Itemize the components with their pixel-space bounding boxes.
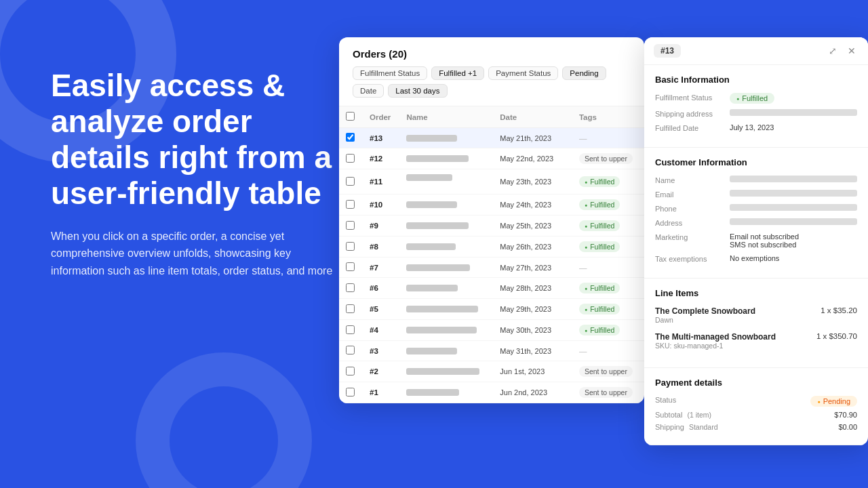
order-tag: Fulfilled [572, 299, 644, 320]
customer-tax-row: Tax exemptions No exemptions [655, 254, 857, 263]
table-row[interactable]: #9 Addison Kanter May 25th, 2023 Fulfill… [339, 216, 644, 237]
customer-marketing-label: Marketing [655, 232, 730, 241]
order-tag: Sent to upper [572, 382, 644, 403]
order-id: #12 [370, 155, 382, 163]
customer-address-label: Address [655, 218, 730, 227]
orders-table: Order Name Date Tags #13 Christina Grave… [339, 106, 644, 403]
order-id: #5 [370, 305, 378, 313]
payment-shipping-row: Shipping Standard $0.00 [655, 423, 857, 431]
order-tag: — [572, 258, 644, 278]
order-date: May 24th, 2023 [493, 195, 572, 216]
filter-fulfilled[interactable]: Fulfilled +1 [431, 66, 484, 80]
customer-email-label: Email [655, 190, 730, 199]
row-checkbox[interactable] [346, 221, 355, 230]
basic-info-title: Basic Information [655, 75, 857, 85]
select-all-checkbox[interactable] [346, 112, 355, 121]
line-item-variant: SKU: sku-managed-1 [655, 342, 776, 350]
payment-status-label: Status [655, 396, 676, 407]
table-row[interactable]: #7 Kaylynn Sabella May 27th, 2023 — [339, 258, 644, 278]
customer-marketing-row: Marketing Email not subscribed SMS not s… [655, 232, 857, 249]
table-row[interactable]: #11 Addison Kanter May 23th, 2023 Fulfil… [339, 169, 644, 195]
row-checkbox[interactable] [346, 154, 355, 163]
table-row[interactable]: #10 William S. Smith May 24th, 2023 Fulf… [339, 195, 644, 216]
row-checkbox[interactable] [346, 346, 355, 354]
order-id: #10 [370, 201, 382, 209]
filter-pending[interactable]: Pending [562, 66, 606, 80]
order-name: Marley Vaccaro [406, 285, 458, 291]
filter-tags: Fulfillment Status Fulfilled +1 Payment … [353, 66, 631, 98]
order-id: #8 [370, 243, 378, 251]
line-item: The Multi-managed Snowboard SKU: sku-man… [655, 332, 857, 350]
order-tag: Fulfilled [572, 195, 644, 216]
order-date: May 21th, 2023 [493, 128, 572, 148]
row-checkbox[interactable] [346, 242, 355, 251]
order-name: Haylie Baker [406, 155, 469, 162]
customer-phone-value [730, 204, 857, 211]
row-checkbox[interactable] [346, 367, 355, 375]
row-checkbox[interactable] [346, 388, 355, 396]
customer-name-label: Name [655, 176, 730, 184]
panel-header: #13 ⤢ ✕ [644, 37, 868, 65]
order-name: Angel Culhane [406, 348, 457, 354]
table-row[interactable]: #3 Angel Culhane May 31th, 2023 — [339, 341, 644, 361]
panel-actions: ⤢ ✕ [826, 44, 859, 58]
col-header-tags: Tags [572, 106, 644, 128]
bg-circle-2 [136, 352, 312, 488]
order-name: William S. Smith [406, 201, 457, 208]
row-checkbox[interactable] [346, 262, 355, 271]
table-row[interactable]: #2 Dulce Press Jun 1st, 2023 Sent to upp… [339, 361, 644, 382]
order-id: #1 [370, 388, 378, 396]
customer-tax-label: Tax exemptions [655, 254, 730, 263]
row-checkbox[interactable] [346, 200, 355, 209]
row-checkbox[interactable] [346, 283, 355, 292]
shipping-address-value [730, 109, 857, 116]
order-name: Christina Graves [406, 135, 457, 142]
line-items-title: Line Items [655, 288, 857, 298]
sub-text: When you click on a specific order, a co… [51, 228, 336, 280]
fulfillment-status-row: Fulfillment Status Fulfilled [655, 93, 857, 104]
left-section: Easily access & analyze order details ri… [51, 68, 336, 279]
table-row[interactable]: #5 Alfredo Souza May 29th, 2023 Fulfille… [339, 299, 644, 320]
row-checkbox[interactable] [346, 325, 355, 334]
fulfillment-status-badge: Fulfilled [730, 93, 774, 104]
filter-fulfillment-status[interactable]: Fulfillment Status [353, 66, 427, 80]
table-row[interactable]: #13 Christina Graves May 21th, 2023 — [339, 128, 644, 148]
filter-date[interactable]: Date [353, 84, 384, 98]
filter-payment-status[interactable]: Payment Status [488, 66, 558, 80]
order-id: #3 [370, 347, 378, 355]
row-checkbox[interactable] [346, 177, 355, 186]
order-tag: Sent to upper [572, 361, 644, 382]
order-name: Addison Kanter [406, 222, 469, 229]
fulfilled-date-row: Fulfilled Date July 13, 2023 [655, 123, 857, 132]
row-checkbox[interactable] [346, 133, 355, 142]
order-date: May 28th, 2023 [493, 278, 572, 299]
customer-info-section: Customer Information Name Email Phone Ad… [644, 148, 868, 279]
order-date: Jun 1st, 2023 [493, 361, 572, 382]
table-row[interactable]: #6 Marley Vaccaro May 28th, 2023 Fulfill… [339, 278, 644, 299]
order-name: Lydia Schaefer [406, 389, 459, 396]
order-tag: Fulfilled [572, 320, 644, 341]
payment-status-value: Pending [810, 396, 857, 407]
order-id: #2 [370, 367, 378, 375]
order-date: Jun 2nd, 2023 [493, 382, 572, 403]
content-area: Orders (20) Fulfillment Status Fulfilled… [339, 37, 868, 445]
table-row[interactable]: #8 Zara Graves May 26th, 2023 Fulfilled [339, 237, 644, 258]
payment-title: Payment details [655, 378, 857, 388]
line-item-variant: Dawn [655, 316, 755, 324]
order-name: Zara Graves [406, 243, 456, 250]
order-date: May 29th, 2023 [493, 299, 572, 320]
payment-subtotal-items: (1 item) [687, 411, 711, 419]
customer-info-title: Customer Information [655, 157, 857, 167]
payment-status-badge: Pending [810, 396, 857, 407]
row-checkbox[interactable] [346, 304, 355, 313]
fulfillment-status-value: Fulfilled [730, 93, 857, 104]
orders-title: Orders (20) [353, 48, 631, 60]
expand-button[interactable]: ⤢ [826, 44, 840, 58]
order-name: Addison Kanter [406, 174, 452, 181]
table-row[interactable]: #12 Haylie Baker May 22nd, 2023 Sent to … [339, 148, 644, 169]
table-row[interactable]: #4 Dario Sabella May 30th, 2023 Fulfille… [339, 320, 644, 341]
filter-last30[interactable]: Last 30 days [388, 84, 447, 98]
close-button[interactable]: ✕ [845, 44, 859, 58]
payment-shipping-label: Shipping Standard [655, 423, 718, 431]
table-row[interactable]: #1 Lydia Schaefer Jun 2nd, 2023 Sent to … [339, 382, 644, 403]
